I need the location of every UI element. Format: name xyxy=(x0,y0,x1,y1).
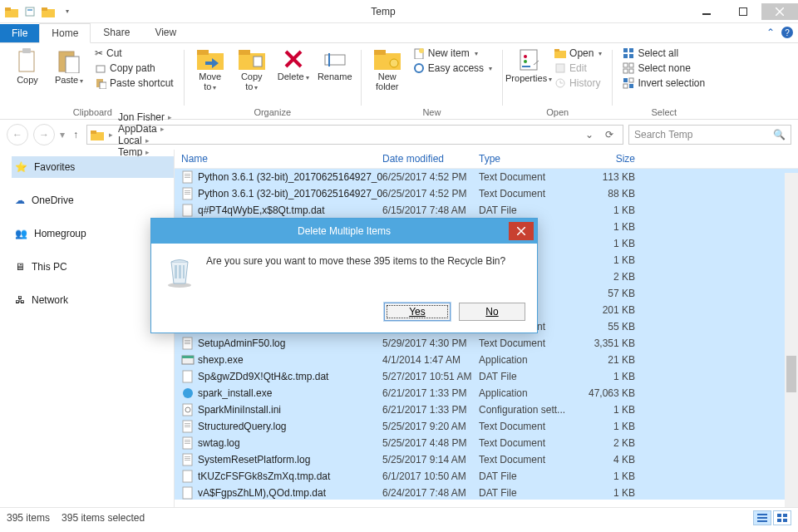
breadcrumb-segment[interactable]: Jon Fisher▸ xyxy=(118,111,175,123)
back-button[interactable]: ← xyxy=(7,124,28,145)
breadcrumb-segment[interactable]: Local▸ xyxy=(118,135,175,146)
view-details-button[interactable] xyxy=(753,510,771,525)
file-row[interactable]: vA$FgpsZhLM),QOd.tmp.dat6/24/2017 7:48 A… xyxy=(175,485,798,500)
move-to-button[interactable]: Move to xyxy=(191,47,229,93)
file-row[interactable]: q#PT4qWybE,x$8Qt.tmp.dat6/15/2017 7:48 A… xyxy=(175,202,798,219)
file-name: Sp&gwZDd9X!QtH&c.tmp.dat xyxy=(198,371,328,382)
tab-home[interactable]: Home xyxy=(39,23,91,43)
svg-rect-72 xyxy=(182,356,194,358)
file-type: Text Document xyxy=(479,454,577,466)
file-size: 2 KB xyxy=(577,437,635,449)
nav-onedrive[interactable]: ☁OneDrive xyxy=(12,190,174,211)
nav-network[interactable]: 🖧Network xyxy=(12,289,174,311)
dialog-yes-button[interactable]: Yes xyxy=(384,303,451,321)
column-size[interactable]: Size xyxy=(577,153,635,165)
copy-to-button[interactable]: Copy to xyxy=(233,47,271,93)
help-icon[interactable]: ? xyxy=(781,27,793,38)
scrollbar[interactable] xyxy=(785,173,798,507)
paste-icon xyxy=(57,48,81,73)
file-date: 5/25/2017 9:14 AM xyxy=(382,454,479,466)
svg-rect-40 xyxy=(623,48,628,52)
new-folder-button[interactable]: New folder xyxy=(368,47,406,91)
file-name: SparkMiniInstall.ini xyxy=(198,404,281,416)
file-row[interactable]: Sp&gwZDd9X!QtH&c.tmp.dat5/27/2017 10:51 … xyxy=(175,368,798,385)
easy-access-button[interactable]: Easy access xyxy=(410,62,495,75)
group-open: Properties Open Edit History Open xyxy=(506,47,608,119)
dialog-close-button[interactable] xyxy=(509,222,534,240)
nav-favorites[interactable]: ⭐Favorites xyxy=(12,156,174,178)
address-dropdown[interactable]: ⌄ xyxy=(579,126,599,144)
file-row[interactable]: spark_install.exe6/21/2017 1:33 PMApplic… xyxy=(175,385,798,401)
group-label-clipboard: Clipboard xyxy=(73,106,112,119)
group-clipboard: Copy Paste ✂Cut Copy path Paste shortcut… xyxy=(5,47,180,119)
paste-shortcut-button[interactable]: Paste shortcut xyxy=(91,76,177,90)
copy-button[interactable]: Copy xyxy=(8,47,47,85)
file-size: 1 KB xyxy=(577,421,635,432)
tab-view[interactable]: View xyxy=(142,22,189,42)
file-row[interactable]: tKUZcFSFGk8sZmXq.tmp.dat6/1/2017 10:50 A… xyxy=(175,468,798,485)
breadcrumb-segment[interactable]: AppData▸ xyxy=(118,123,175,135)
dialog-no-button[interactable]: No xyxy=(459,303,525,321)
file-row[interactable]: swtag.log5/25/2017 4:48 PMText Document2… xyxy=(175,435,798,451)
tab-share[interactable]: Share xyxy=(91,22,142,42)
file-date: 6/25/2017 4:52 PM xyxy=(382,188,479,200)
column-date[interactable]: Date modified xyxy=(382,153,479,165)
svg-point-34 xyxy=(524,60,527,63)
dialog-title-bar[interactable]: Delete Multiple Items xyxy=(151,219,537,244)
file-size: 1 KB xyxy=(577,238,635,249)
qat-new-folder-icon[interactable] xyxy=(40,3,57,20)
ribbon: Copy Paste ✂Cut Copy path Paste shortcut… xyxy=(0,43,798,120)
open-button[interactable]: Open xyxy=(551,47,605,60)
column-name[interactable]: Name xyxy=(181,153,382,165)
navigation-pane: ⭐Favorites ☁OneDrive 👥Homegroup 🖥This PC… xyxy=(0,150,175,507)
status-selected-count: 395 items selected xyxy=(62,512,145,524)
svg-rect-94 xyxy=(777,514,781,517)
file-menu-tab[interactable]: File xyxy=(0,24,39,42)
file-icon xyxy=(181,486,195,500)
svg-rect-38 xyxy=(556,64,564,72)
up-button[interactable]: ↑ xyxy=(70,129,81,140)
select-none-button[interactable]: Select none xyxy=(619,62,708,75)
address-bar[interactable]: ▸ Jon Fisher▸AppData▸Local▸Temp▸ ⌄ ⟳ xyxy=(86,125,623,145)
properties-button[interactable]: Properties xyxy=(510,47,548,85)
recent-locations-dropdown[interactable]: ▾ xyxy=(60,129,65,140)
paste-button[interactable]: Paste xyxy=(50,47,88,86)
edit-button[interactable]: Edit xyxy=(551,62,605,75)
cut-button[interactable]: ✂Cut xyxy=(91,47,177,60)
nav-this-pc[interactable]: 🖥This PC xyxy=(12,256,174,278)
minimize-ribbon-icon[interactable]: ⌃ xyxy=(766,27,775,38)
copy-path-button[interactable]: Copy path xyxy=(91,62,177,75)
delete-button[interactable]: Delete xyxy=(274,47,313,83)
svg-rect-62 xyxy=(183,204,192,216)
file-row[interactable]: shexp.exe4/1/2014 1:47 AMApplication21 K… xyxy=(175,352,798,368)
file-row[interactable]: SetupAdminF50.log5/29/2017 4:30 PMText D… xyxy=(175,335,798,352)
new-item-button[interactable]: New item xyxy=(410,47,495,60)
select-all-button[interactable]: Select all xyxy=(619,47,708,60)
file-row[interactable]: StructuredQuery.log5/25/2017 9:20 AMText… xyxy=(175,418,798,435)
qat-properties-icon[interactable] xyxy=(22,3,38,20)
scrollbar-thumb[interactable] xyxy=(786,356,796,392)
svg-rect-27 xyxy=(374,50,386,55)
view-large-icons-button[interactable] xyxy=(773,510,791,525)
file-row[interactable]: SparkMiniInstall.ini6/21/2017 1:33 PMCon… xyxy=(175,401,798,418)
nav-homegroup[interactable]: 👥Homegroup xyxy=(12,223,174,244)
refresh-button[interactable]: ⟳ xyxy=(599,126,619,144)
star-icon: ⭐ xyxy=(15,161,27,173)
column-type[interactable]: Type xyxy=(479,153,577,165)
rename-button[interactable]: Rename xyxy=(316,47,354,81)
close-button[interactable] xyxy=(761,3,798,20)
file-row[interactable]: Python 3.6.1 (32-bit)_20170625164927_01.… xyxy=(175,185,798,202)
open-icon xyxy=(554,48,566,58)
history-button[interactable]: History xyxy=(551,76,605,90)
file-type: DAT File xyxy=(479,371,577,382)
forward-button[interactable]: → xyxy=(33,124,55,145)
svg-rect-53 xyxy=(91,131,96,134)
minimize-button[interactable] xyxy=(688,3,725,20)
file-row[interactable]: Python 3.6.1 (32-bit)_20170625164927_00.… xyxy=(175,169,798,185)
search-box[interactable]: Search Temp 🔍 xyxy=(628,125,791,145)
qat-customize-dropdown[interactable] xyxy=(58,3,75,20)
group-new: New folder New item Easy access New xyxy=(365,47,499,119)
file-row[interactable]: SystemResetPlatform.log5/25/2017 9:14 AM… xyxy=(175,451,798,468)
invert-selection-button[interactable]: Invert selection xyxy=(619,76,708,90)
maximize-button[interactable] xyxy=(725,3,761,20)
